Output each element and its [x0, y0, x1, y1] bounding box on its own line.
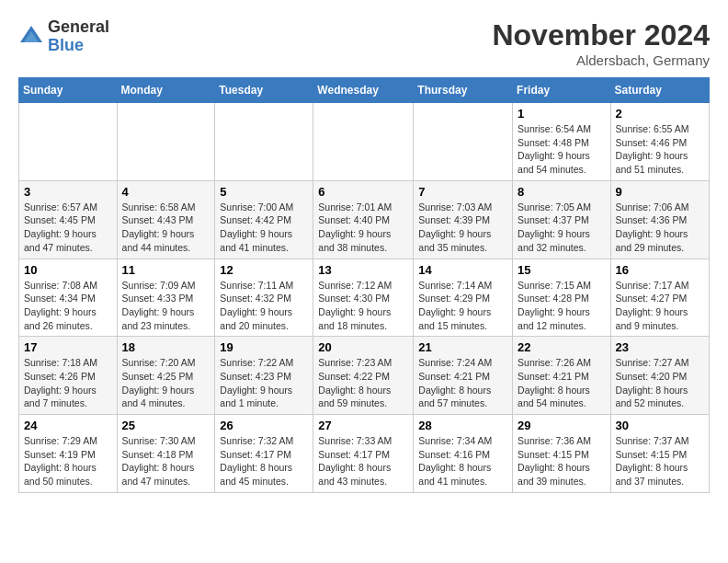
- day-cell: 3Sunrise: 6:57 AMSunset: 4:45 PMDaylight…: [19, 180, 118, 259]
- day-number: 30: [616, 419, 704, 432]
- day-info: Sunrise: 7:05 AMSunset: 4:37 PMDaylight:…: [518, 201, 606, 255]
- day-info: Sunrise: 7:32 AMSunset: 4:17 PMDaylight:…: [220, 434, 308, 488]
- day-number: 16: [616, 263, 704, 277]
- header-row: Sunday Monday Tuesday Wednesday Thursday…: [19, 78, 710, 103]
- day-info: Sunrise: 6:58 AMSunset: 4:43 PMDaylight:…: [122, 201, 210, 255]
- day-cell: 2Sunrise: 6:55 AMSunset: 4:46 PMDaylight…: [610, 103, 709, 181]
- day-number: 10: [24, 263, 112, 277]
- day-cell: 12Sunrise: 7:11 AMSunset: 4:32 PMDayligh…: [215, 259, 313, 337]
- day-number: 21: [418, 340, 507, 354]
- day-cell: [117, 103, 215, 181]
- day-info: Sunrise: 6:54 AMSunset: 4:48 PMDaylight:…: [518, 122, 606, 177]
- col-tuesday: Tuesday: [215, 78, 313, 103]
- day-cell: 29Sunrise: 7:36 AMSunset: 4:15 PMDayligh…: [513, 415, 611, 493]
- day-info: Sunrise: 7:20 AMSunset: 4:25 PMDaylight:…: [122, 356, 210, 410]
- day-cell: 7Sunrise: 7:03 AMSunset: 4:39 PMDaylight…: [414, 180, 513, 259]
- day-info: Sunrise: 7:03 AMSunset: 4:39 PMDaylight:…: [418, 201, 507, 255]
- day-cell: 25Sunrise: 7:30 AMSunset: 4:18 PMDayligh…: [117, 415, 215, 493]
- day-cell: 17Sunrise: 7:18 AMSunset: 4:26 PMDayligh…: [19, 337, 118, 415]
- day-number: 17: [24, 340, 112, 354]
- calendar-table: Sunday Monday Tuesday Wednesday Thursday…: [18, 77, 710, 493]
- week-row-3: 10Sunrise: 7:08 AMSunset: 4:34 PMDayligh…: [19, 259, 710, 337]
- day-info: Sunrise: 7:18 AMSunset: 4:26 PMDaylight:…: [24, 356, 112, 410]
- day-cell: 16Sunrise: 7:17 AMSunset: 4:27 PMDayligh…: [610, 259, 709, 337]
- day-info: Sunrise: 7:33 AMSunset: 4:17 PMDaylight:…: [318, 434, 408, 488]
- day-info: Sunrise: 7:11 AMSunset: 4:32 PMDaylight:…: [220, 279, 308, 333]
- day-info: Sunrise: 7:27 AMSunset: 4:20 PMDaylight:…: [616, 356, 704, 410]
- day-info: Sunrise: 7:29 AMSunset: 4:19 PMDaylight:…: [24, 434, 112, 488]
- day-info: Sunrise: 7:14 AMSunset: 4:29 PMDaylight:…: [418, 279, 507, 333]
- week-row-4: 17Sunrise: 7:18 AMSunset: 4:26 PMDayligh…: [19, 337, 710, 415]
- day-number: 18: [122, 340, 210, 354]
- day-cell: 15Sunrise: 7:15 AMSunset: 4:28 PMDayligh…: [513, 259, 611, 337]
- day-number: 29: [518, 419, 606, 432]
- col-wednesday: Wednesday: [313, 78, 414, 103]
- day-cell: 5Sunrise: 7:00 AMSunset: 4:42 PMDaylight…: [215, 180, 313, 259]
- header: General Blue November 2024 Aldersbach, G…: [18, 18, 710, 68]
- day-number: 26: [220, 419, 308, 432]
- day-cell: [215, 103, 313, 181]
- day-number: 14: [418, 263, 507, 277]
- day-cell: 19Sunrise: 7:22 AMSunset: 4:23 PMDayligh…: [215, 337, 313, 415]
- day-cell: 4Sunrise: 6:58 AMSunset: 4:43 PMDaylight…: [117, 180, 215, 259]
- day-number: 12: [220, 263, 308, 277]
- day-cell: 8Sunrise: 7:05 AMSunset: 4:37 PMDaylight…: [513, 180, 611, 259]
- day-number: 20: [318, 340, 408, 354]
- day-number: 15: [518, 263, 606, 277]
- day-cell: 20Sunrise: 7:23 AMSunset: 4:22 PMDayligh…: [313, 337, 414, 415]
- day-cell: 22Sunrise: 7:26 AMSunset: 4:21 PMDayligh…: [513, 337, 611, 415]
- day-number: 3: [24, 185, 112, 199]
- day-info: Sunrise: 7:08 AMSunset: 4:34 PMDaylight:…: [24, 279, 112, 333]
- day-number: 28: [418, 419, 507, 432]
- col-saturday: Saturday: [610, 78, 709, 103]
- day-number: 8: [518, 185, 606, 199]
- day-cell: 21Sunrise: 7:24 AMSunset: 4:21 PMDayligh…: [414, 337, 513, 415]
- day-info: Sunrise: 7:36 AMSunset: 4:15 PMDaylight:…: [518, 434, 606, 488]
- col-friday: Friday: [513, 78, 611, 103]
- week-row-1: 1Sunrise: 6:54 AMSunset: 4:48 PMDaylight…: [19, 103, 710, 181]
- month-title: November 2024: [492, 18, 710, 52]
- day-info: Sunrise: 7:09 AMSunset: 4:33 PMDaylight:…: [122, 279, 210, 333]
- week-row-2: 3Sunrise: 6:57 AMSunset: 4:45 PMDaylight…: [19, 180, 710, 259]
- day-number: 6: [318, 185, 408, 199]
- day-info: Sunrise: 6:55 AMSunset: 4:46 PMDaylight:…: [616, 122, 704, 177]
- day-cell: 26Sunrise: 7:32 AMSunset: 4:17 PMDayligh…: [215, 415, 313, 493]
- col-monday: Monday: [117, 78, 215, 103]
- day-info: Sunrise: 7:37 AMSunset: 4:15 PMDaylight:…: [616, 434, 704, 488]
- day-cell: 10Sunrise: 7:08 AMSunset: 4:34 PMDayligh…: [19, 259, 118, 337]
- day-number: 2: [616, 107, 704, 121]
- day-number: 13: [318, 263, 408, 277]
- logo-blue: Blue: [48, 37, 109, 55]
- day-number: 5: [220, 185, 308, 199]
- week-row-5: 24Sunrise: 7:29 AMSunset: 4:19 PMDayligh…: [19, 415, 710, 493]
- day-cell: 24Sunrise: 7:29 AMSunset: 4:19 PMDayligh…: [19, 415, 118, 493]
- day-cell: 6Sunrise: 7:01 AMSunset: 4:40 PMDaylight…: [313, 180, 414, 259]
- day-info: Sunrise: 7:22 AMSunset: 4:23 PMDaylight:…: [220, 356, 308, 410]
- day-number: 25: [122, 419, 210, 432]
- col-thursday: Thursday: [414, 78, 513, 103]
- day-number: 24: [24, 419, 112, 432]
- title-block: November 2024 Aldersbach, Germany: [492, 18, 710, 68]
- day-cell: 27Sunrise: 7:33 AMSunset: 4:17 PMDayligh…: [313, 415, 414, 493]
- logo-general: General: [48, 18, 109, 37]
- day-number: 27: [318, 419, 408, 432]
- day-cell: 11Sunrise: 7:09 AMSunset: 4:33 PMDayligh…: [117, 259, 215, 337]
- day-number: 9: [616, 185, 704, 199]
- location: Aldersbach, Germany: [492, 52, 710, 68]
- day-info: Sunrise: 7:26 AMSunset: 4:21 PMDaylight:…: [518, 356, 606, 410]
- day-number: 11: [122, 263, 210, 277]
- day-info: Sunrise: 7:01 AMSunset: 4:40 PMDaylight:…: [318, 201, 408, 255]
- day-cell: [313, 103, 414, 181]
- day-number: 7: [418, 185, 507, 199]
- day-info: Sunrise: 7:34 AMSunset: 4:16 PMDaylight:…: [418, 434, 507, 488]
- day-number: 19: [220, 340, 308, 354]
- day-info: Sunrise: 7:23 AMSunset: 4:22 PMDaylight:…: [318, 356, 408, 410]
- logo: General Blue: [18, 18, 109, 55]
- day-info: Sunrise: 7:15 AMSunset: 4:28 PMDaylight:…: [518, 279, 606, 333]
- day-info: Sunrise: 7:24 AMSunset: 4:21 PMDaylight:…: [418, 356, 507, 410]
- day-number: 23: [616, 340, 704, 354]
- day-cell: 14Sunrise: 7:14 AMSunset: 4:29 PMDayligh…: [414, 259, 513, 337]
- day-info: Sunrise: 7:06 AMSunset: 4:36 PMDaylight:…: [616, 201, 704, 255]
- day-number: 4: [122, 185, 210, 199]
- day-info: Sunrise: 7:17 AMSunset: 4:27 PMDaylight:…: [616, 279, 704, 333]
